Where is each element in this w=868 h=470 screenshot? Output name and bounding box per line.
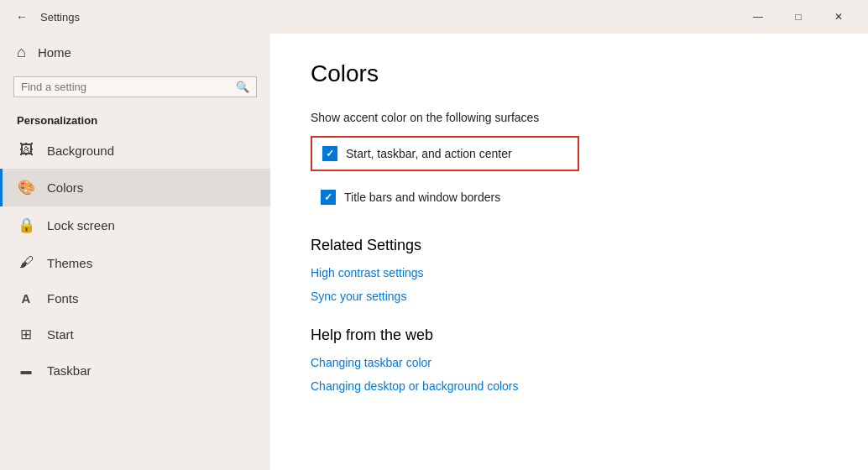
high-contrast-link[interactable]: High contrast settings xyxy=(311,266,828,279)
sidebar-label-fonts: Fonts xyxy=(47,291,79,306)
taskbar-icon: ▬ xyxy=(17,364,35,377)
checkbox-box-start-taskbar: ✓ xyxy=(322,146,337,161)
sidebar-item-fonts[interactable]: A Fonts xyxy=(0,281,270,316)
sidebar-item-home[interactable]: ⌂ Home xyxy=(0,34,270,71)
desktop-color-link[interactable]: Changing desktop or background colors xyxy=(311,379,828,393)
checkbox-box-title-bars: ✓ xyxy=(321,190,336,205)
title-bar: ← Settings — □ ✕ xyxy=(0,0,868,34)
back-button[interactable]: ← xyxy=(10,5,34,29)
sidebar-section-label: Personalization xyxy=(0,107,270,132)
sidebar-item-background[interactable]: 🖼 Background xyxy=(0,132,270,169)
minimize-button[interactable]: — xyxy=(739,3,777,30)
page-title: Colors xyxy=(311,60,828,87)
start-icon: ⊞ xyxy=(17,326,35,343)
fonts-icon: A xyxy=(17,291,35,306)
background-icon: 🖼 xyxy=(17,142,35,159)
window-controls: — □ ✕ xyxy=(739,3,858,30)
checkbox-start-taskbar[interactable]: ✓ Start, taskbar, and action center xyxy=(311,136,579,171)
checkmark-title-bars: ✓ xyxy=(324,191,332,203)
colors-icon: 🎨 xyxy=(17,179,35,196)
window-title: Settings xyxy=(40,11,80,24)
home-icon: ⌂ xyxy=(17,44,26,61)
sidebar: ⌂ Home 🔍 Personalization 🖼 Background 🎨 … xyxy=(0,34,270,470)
sync-settings-link[interactable]: Sync your settings xyxy=(311,290,828,303)
sidebar-label-lock-screen: Lock screen xyxy=(47,218,115,232)
home-label: Home xyxy=(38,45,71,60)
sidebar-label-start: Start xyxy=(47,327,74,342)
related-settings-heading: Related Settings xyxy=(311,237,828,254)
checkmark-start-taskbar: ✓ xyxy=(326,148,334,159)
search-box: 🔍 xyxy=(13,76,257,97)
help-web-heading: Help from the web xyxy=(311,326,828,344)
sidebar-label-colors: Colors xyxy=(47,180,83,195)
search-icon[interactable]: 🔍 xyxy=(236,81,249,93)
sidebar-item-taskbar[interactable]: ▬ Taskbar xyxy=(0,353,270,388)
sidebar-item-start[interactable]: ⊞ Start xyxy=(0,316,270,353)
sidebar-label-background: Background xyxy=(47,144,114,158)
checkbox-title-bars[interactable]: ✓ Title bars and window borders xyxy=(311,181,828,213)
sidebar-item-lock-screen[interactable]: 🔒 Lock screen xyxy=(0,206,270,244)
sidebar-item-themes[interactable]: 🖌 Themes xyxy=(0,244,270,281)
sidebar-label-taskbar: Taskbar xyxy=(47,363,92,378)
main-layout: ⌂ Home 🔍 Personalization 🖼 Background 🎨 … xyxy=(0,34,868,470)
taskbar-color-link[interactable]: Changing taskbar color xyxy=(311,356,828,369)
themes-icon: 🖌 xyxy=(17,254,35,271)
sidebar-item-colors[interactable]: 🎨 Colors xyxy=(0,169,270,206)
checkbox-label-title-bars: Title bars and window borders xyxy=(344,191,500,204)
maximize-button[interactable]: □ xyxy=(779,3,818,30)
checkbox-label-start-taskbar: Start, taskbar, and action center xyxy=(346,147,512,160)
sidebar-label-themes: Themes xyxy=(47,256,92,270)
content-area: Colors Show accent color on the followin… xyxy=(270,34,868,470)
accent-surfaces-label: Show accent color on the following surfa… xyxy=(311,111,828,124)
close-button[interactable]: ✕ xyxy=(819,3,858,30)
lock-icon: 🔒 xyxy=(17,217,35,234)
search-input[interactable] xyxy=(21,81,231,93)
